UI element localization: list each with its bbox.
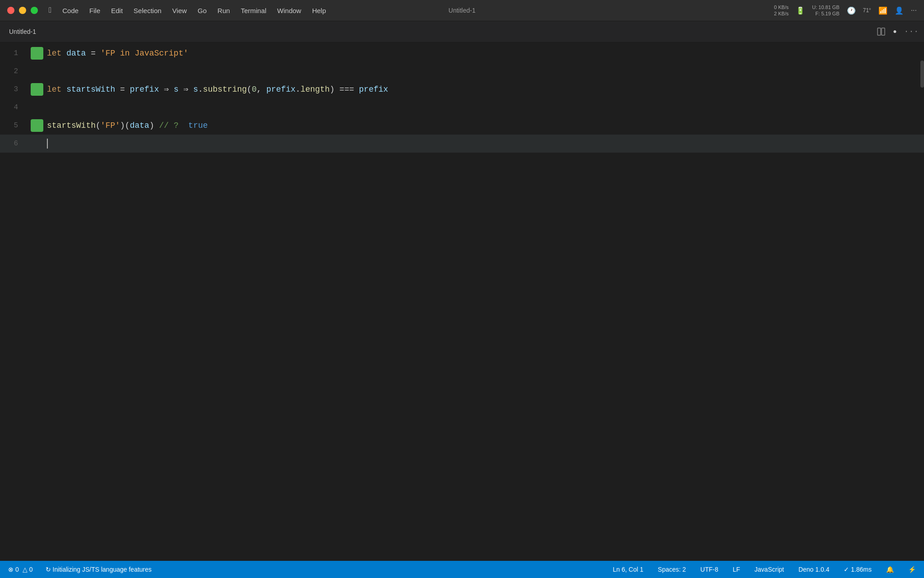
error-count: 0: [15, 566, 19, 573]
svg-rect-0: [878, 28, 881, 35]
bell-icon: 🔔: [886, 566, 894, 573]
menu-terminal[interactable]: Terminal: [236, 0, 272, 21]
temperature: 71°: [863, 7, 871, 14]
table-row[interactable]: 3 let startsWith = prefix ⇒ s ⇒ s.substr…: [0, 80, 924, 98]
minimize-button[interactable]: [19, 7, 26, 14]
tabbar-right: ● ···: [877, 27, 919, 36]
errors-status[interactable]: ⊗ 0 △ 0: [5, 565, 36, 574]
language-selector[interactable]: JavaScript: [752, 565, 786, 574]
line-number-6: 6: [0, 135, 27, 153]
timing-indicator[interactable]: ✓ 1.86ms: [841, 565, 874, 574]
code-line-6: [47, 135, 48, 153]
scrollbar-thumb[interactable]: [920, 61, 924, 88]
menu-go[interactable]: Go: [192, 0, 212, 21]
code-line-5: startsWith('FP')(data) // ? true: [47, 117, 208, 135]
menu-code[interactable]: Code: [57, 0, 84, 21]
titlebar:  Code File Edit Selection View Go Run T…: [0, 0, 924, 21]
wifi-icon: 📶: [878, 6, 887, 15]
cursor-position[interactable]: Ln 6, Col 1: [610, 565, 646, 574]
active-tab[interactable]: Untitled-1: [5, 26, 40, 37]
maximize-button[interactable]: [31, 7, 38, 14]
statusbar: ⊗ 0 △ 0 ↻ Initializing JS/TS language fe…: [0, 561, 924, 578]
table-row[interactable]: 5 startsWith('FP')(data) // ? true: [0, 117, 924, 135]
code-line-3: let startsWith = prefix ⇒ s ⇒ s.substrin…: [47, 80, 388, 98]
line-number-5: 5: [0, 117, 27, 135]
breakpoint-1[interactable]: [31, 47, 43, 60]
line-number-1: 1: [0, 44, 27, 62]
encoding-indicator[interactable]: UTF-8: [698, 565, 721, 574]
menu-view[interactable]: View: [167, 0, 192, 21]
spaces-indicator[interactable]: Spaces: 2: [655, 565, 688, 574]
menu-apple[interactable]: : [43, 0, 57, 21]
storage-f: F: 5.19 GB: [815, 10, 839, 17]
lines-container: 1 let data = 'FP in JavaScript' 2 3 let …: [0, 42, 924, 153]
menu-window[interactable]: Window: [272, 0, 306, 21]
runtime-indicator[interactable]: Deno 1.0.4: [796, 565, 832, 574]
editor: 1 let data = 'FP in JavaScript' 2 3 let …: [0, 42, 924, 561]
close-button[interactable]: [7, 7, 14, 14]
more-actions-button[interactable]: ···: [904, 27, 919, 36]
system-network: 0 KB/s 2 KB/s: [774, 4, 789, 17]
clock-icon: 🕐: [847, 6, 856, 15]
traffic-lights: [7, 7, 38, 14]
line-ending-indicator[interactable]: LF: [730, 565, 743, 574]
system-storage: U: 10.81 GB F: 5.19 GB: [812, 4, 840, 17]
menu-file[interactable]: File: [84, 0, 106, 21]
menu-run[interactable]: Run: [212, 0, 236, 21]
tab-left: Untitled-1: [5, 26, 40, 37]
svg-rect-1: [882, 28, 885, 35]
initializing-status[interactable]: ↻ Initializing JS/TS language features: [43, 565, 154, 574]
breakpoint-3[interactable]: [31, 83, 43, 96]
window-title: Untitled-1: [448, 7, 476, 14]
line-number-2: 2: [0, 62, 27, 80]
line-number-3: 3: [0, 80, 27, 98]
dirty-indicator: ●: [893, 28, 896, 35]
menu-bar:  Code File Edit Selection View Go Run T…: [43, 0, 332, 21]
more-icon[interactable]: ···: [911, 6, 917, 14]
network-down: 2 KB/s: [774, 10, 789, 17]
breakpoint-5[interactable]: [31, 119, 43, 132]
table-row[interactable]: 6: [0, 135, 924, 153]
table-row[interactable]: 4: [0, 98, 924, 117]
broadcast-indicator: ⚡: [908, 566, 916, 573]
menu-edit[interactable]: Edit: [106, 0, 128, 21]
error-icon: ⊗: [8, 566, 14, 573]
statusbar-left: ⊗ 0 △ 0 ↻ Initializing JS/TS language fe…: [5, 565, 154, 574]
warning-count: 0: [29, 566, 33, 573]
code-area[interactable]: 1 let data = 'FP in JavaScript' 2 3 let …: [0, 42, 924, 561]
table-row[interactable]: 2: [0, 62, 924, 80]
network-up: 0 KB/s: [774, 4, 789, 10]
menu-selection[interactable]: Selection: [128, 0, 167, 21]
broadcast-icon[interactable]: ⚡: [906, 565, 919, 574]
statusbar-right: Ln 6, Col 1 Spaces: 2 UTF-8 LF JavaScrip…: [610, 565, 919, 574]
battery-icon: 🔋: [796, 6, 805, 15]
scrollbar[interactable]: [920, 42, 924, 561]
split-editor-button[interactable]: [877, 27, 886, 36]
notification-bell[interactable]: 🔔: [883, 565, 896, 574]
storage-u: U: 10.81 GB: [812, 4, 840, 10]
line-number-4: 4: [0, 98, 27, 117]
sync-icon: ↻: [46, 566, 51, 573]
warning-icon: △: [23, 566, 28, 573]
user-icon: 👤: [895, 6, 904, 15]
tabbar: Untitled-1 ● ···: [0, 21, 924, 42]
titlebar-right: 0 KB/s 2 KB/s 🔋 U: 10.81 GB F: 5.19 GB 🕐…: [774, 4, 917, 17]
code-line-1: let data = 'FP in JavaScript': [47, 44, 188, 62]
initializing-text: Initializing JS/TS language features: [53, 566, 152, 573]
menu-help[interactable]: Help: [307, 0, 332, 21]
table-row[interactable]: 1 let data = 'FP in JavaScript': [0, 44, 924, 62]
